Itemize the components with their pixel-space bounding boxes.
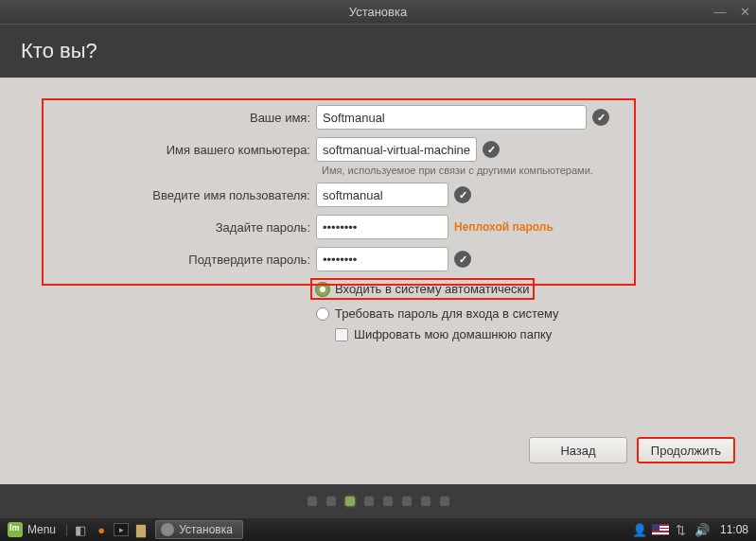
progress-dots	[0, 484, 756, 518]
network-icon[interactable]: ⇅	[673, 521, 690, 538]
progress-dot	[364, 497, 374, 506]
user-form-highlight: Ваше имя: Имя вашего компьютера: Имя, ис…	[42, 98, 636, 286]
hostname-input[interactable]	[316, 137, 477, 162]
progress-dot	[440, 497, 449, 506]
window-titlebar: Установка — ✕	[0, 0, 756, 25]
files-icon[interactable]: ▇	[132, 521, 149, 538]
username-label: Введите имя пользователя:	[49, 188, 316, 202]
installer-icon	[161, 523, 174, 536]
check-icon	[454, 186, 471, 203]
progress-dot	[308, 497, 317, 506]
check-icon	[592, 109, 609, 126]
content-area: Ваше имя: Имя вашего компьютера: Имя, ис…	[0, 78, 756, 484]
progress-dot	[402, 497, 412, 506]
progress-dot-active	[345, 497, 355, 506]
taskbar-divider: |	[65, 523, 68, 536]
password-input[interactable]	[316, 215, 448, 239]
username-input[interactable]	[316, 183, 448, 207]
hostname-hint: Имя, используемое при связи с другими ко…	[322, 165, 628, 176]
page-header: Кто вы?	[0, 25, 756, 78]
continue-button[interactable]: Продолжить	[637, 437, 735, 463]
name-input[interactable]	[316, 105, 587, 130]
password-strength: Неплохой пароль	[454, 220, 554, 234]
encrypt-home-checkbox[interactable]	[335, 328, 348, 341]
taskbar-item-installer[interactable]: Установка	[155, 520, 243, 539]
progress-dot	[383, 497, 393, 506]
confirm-password-label: Подтвердите пароль:	[49, 253, 316, 267]
hostname-label: Имя вашего компьютера:	[49, 143, 316, 157]
check-icon	[454, 251, 471, 268]
window-title: Установка	[349, 5, 407, 19]
progress-dot	[326, 497, 336, 506]
minimize-button[interactable]: —	[712, 5, 728, 20]
terminal-icon[interactable]: ▸	[114, 523, 129, 536]
back-button[interactable]: Назад	[529, 437, 627, 463]
require-password-label: Требовать пароль для входа в систему	[335, 306, 559, 321]
keyboard-layout-indicator[interactable]	[652, 521, 669, 538]
user-icon[interactable]: 👤	[631, 521, 648, 538]
encrypt-home-label: Шифровать мою домашнюю папку	[354, 327, 552, 341]
require-password-radio[interactable]	[316, 307, 329, 321]
check-icon	[483, 141, 500, 158]
clock[interactable]: 11:08	[712, 523, 756, 536]
confirm-password-input[interactable]	[316, 247, 448, 271]
menu-label: Menu	[27, 523, 56, 536]
taskbar: Menu | ◧ ● ▸ ▇ Установка 👤 ⇅ 🔊 11:08	[0, 518, 756, 541]
close-button[interactable]: ✕	[737, 5, 752, 20]
show-desktop-icon[interactable]: ◧	[72, 521, 89, 538]
mint-logo-icon	[8, 522, 23, 537]
volume-icon[interactable]: 🔊	[694, 521, 711, 538]
progress-dot	[421, 497, 431, 506]
taskbar-item-label: Установка	[179, 523, 233, 536]
firefox-icon[interactable]: ●	[93, 521, 110, 538]
us-flag-icon	[652, 524, 669, 535]
password-label: Задайте пароль:	[49, 220, 316, 235]
menu-button[interactable]: Menu	[0, 518, 63, 541]
page-title: Кто вы?	[21, 39, 97, 63]
name-label: Ваше имя:	[49, 111, 316, 125]
